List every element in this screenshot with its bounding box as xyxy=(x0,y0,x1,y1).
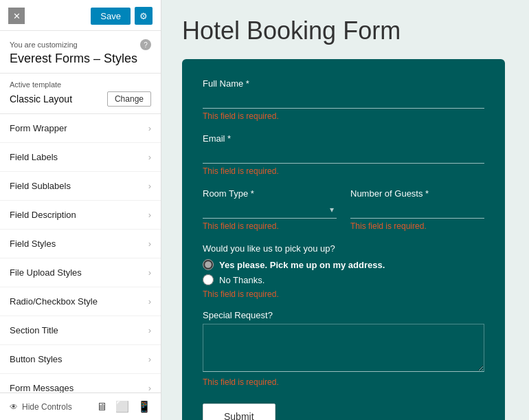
room-type-error: This field is required. xyxy=(203,221,337,231)
nav-item-label: Form Messages xyxy=(10,383,74,393)
num-guests-field: Number of Guests * This field is require… xyxy=(350,188,484,231)
pickup-group-label: Would you like us to pick you up? xyxy=(203,243,484,254)
num-guests-input[interactable] xyxy=(350,202,484,219)
room-type-select[interactable]: Single Double Suite xyxy=(203,202,337,219)
nav-item-label: Field Styles xyxy=(10,239,56,249)
gear-button[interactable]: ⚙ xyxy=(135,7,153,25)
customizing-title: Everest Forms – Styles xyxy=(10,52,151,66)
email-error: This field is required. xyxy=(203,166,484,176)
room-type-label: Room Type * xyxy=(203,188,337,199)
nav-item-field-sublabels[interactable]: Field Sublabels› xyxy=(0,172,161,201)
nav-item-label: Field Sublabels xyxy=(10,181,71,191)
page-title: Hotel Booking Form xyxy=(182,16,508,45)
special-request-error: This field is required. xyxy=(203,377,484,387)
save-button[interactable]: Save xyxy=(91,8,131,25)
active-template-section: Active template Classic Layout Change xyxy=(0,74,161,114)
eye-icon: 👁 xyxy=(10,402,18,412)
nav-item-label: Section Title xyxy=(10,325,58,335)
footer-icons: 🖥 ⬜ 📱 xyxy=(96,400,151,413)
email-input[interactable] xyxy=(203,147,484,164)
full-name-input[interactable] xyxy=(203,92,484,109)
radio-yes-input[interactable] xyxy=(203,259,214,270)
email-label: Email * xyxy=(203,133,484,144)
sidebar-footer: 👁 Hide Controls 🖥 ⬜ 📱 xyxy=(0,393,161,420)
room-type-field: Room Type * Single Double Suite This fie… xyxy=(203,188,337,231)
chevron-right-icon: › xyxy=(148,123,151,133)
form-card: Full Name * This field is required. Emai… xyxy=(182,59,505,420)
sidebar-topbar: ✕ Save ⚙ xyxy=(0,0,161,31)
nav-item-label: Button Styles xyxy=(10,354,63,364)
radio-no: No Thanks. xyxy=(203,274,484,285)
customizing-label: You are customizing ? xyxy=(10,39,151,50)
nav-item-button-styles[interactable]: Button Styles› xyxy=(0,345,161,374)
nav-item-label: Form Wrapper xyxy=(10,123,67,133)
close-button[interactable]: ✕ xyxy=(8,8,25,24)
change-template-button[interactable]: Change xyxy=(107,91,151,107)
chevron-right-icon: › xyxy=(148,181,151,191)
nav-item-form-messages[interactable]: Form Messages› xyxy=(0,374,161,393)
chevron-right-icon: › xyxy=(148,152,151,162)
chevron-right-icon: › xyxy=(148,210,151,220)
full-name-label: Full Name * xyxy=(203,78,484,89)
help-icon[interactable]: ? xyxy=(140,39,151,50)
nav-items: Form Wrapper›Field Labels›Field Sublabel… xyxy=(0,114,161,393)
template-row: Classic Layout Change xyxy=(10,91,151,107)
nav-item-label: Field Description xyxy=(10,210,76,220)
template-name: Classic Layout xyxy=(10,93,72,104)
hide-controls-button[interactable]: 👁 Hide Controls xyxy=(10,402,72,412)
full-name-field: Full Name * This field is required. xyxy=(203,78,484,121)
submit-button[interactable]: Submit xyxy=(203,404,275,420)
gear-icon: ⚙ xyxy=(139,11,148,21)
special-request-label: Special Request? xyxy=(203,310,484,320)
num-guests-error: This field is required. xyxy=(350,221,484,231)
mobile-icon[interactable]: 📱 xyxy=(137,400,151,413)
chevron-right-icon: › xyxy=(148,383,151,393)
email-field: Email * This field is required. xyxy=(203,133,484,176)
special-request-textarea[interactable] xyxy=(203,324,484,372)
nav-item-form-wrapper[interactable]: Form Wrapper› xyxy=(0,114,161,143)
desktop-icon[interactable]: 🖥 xyxy=(96,400,107,413)
full-name-error: This field is required. xyxy=(203,111,484,121)
two-col-row: Room Type * Single Double Suite This fie… xyxy=(203,188,484,243)
customizing-section: You are customizing ? Everest Forms – St… xyxy=(0,31,161,74)
top-buttons: Save ⚙ xyxy=(91,7,153,25)
room-type-select-wrapper: Single Double Suite xyxy=(203,202,337,219)
tablet-icon[interactable]: ⬜ xyxy=(115,400,129,413)
pickup-error: This field is required. xyxy=(203,289,484,299)
num-guests-label: Number of Guests * xyxy=(350,188,484,199)
chevron-right-icon: › xyxy=(148,239,151,249)
chevron-right-icon: › xyxy=(148,267,151,278)
sidebar: ✕ Save ⚙ You are customizing ? Everest F… xyxy=(0,0,161,420)
active-template-label: Active template xyxy=(10,80,151,89)
main-content: Hotel Booking Form Full Name * This fiel… xyxy=(161,0,529,420)
nav-item-field-description[interactable]: Field Description› xyxy=(0,201,161,230)
nav-item-field-styles[interactable]: Field Styles› xyxy=(0,230,161,258)
chevron-right-icon: › xyxy=(148,296,151,307)
nav-item-label: Radio/Checkbox Style xyxy=(10,296,98,307)
radio-no-input[interactable] xyxy=(203,274,214,285)
chevron-right-icon: › xyxy=(148,354,151,364)
nav-item-section-title[interactable]: Section Title› xyxy=(0,316,161,345)
radio-no-label: No Thanks. xyxy=(219,275,264,285)
nav-item-field-labels[interactable]: Field Labels› xyxy=(0,143,161,172)
pickup-radio-group: Would you like us to pick you up? Yes pl… xyxy=(203,243,484,299)
radio-yes: Yes please. Pick me up on my address. xyxy=(203,259,484,270)
special-request-field: Special Request? This field is required. xyxy=(203,310,484,387)
nav-item-label: Field Labels xyxy=(10,152,58,162)
nav-item-file-upload-styles[interactable]: File Upload Styles› xyxy=(0,258,161,287)
nav-item-radio-checkbox-style[interactable]: Radio/Checkbox Style› xyxy=(0,287,161,316)
chevron-right-icon: › xyxy=(148,325,151,335)
radio-yes-label: Yes please. Pick me up on my address. xyxy=(219,260,385,270)
nav-item-label: File Upload Styles xyxy=(10,267,82,278)
